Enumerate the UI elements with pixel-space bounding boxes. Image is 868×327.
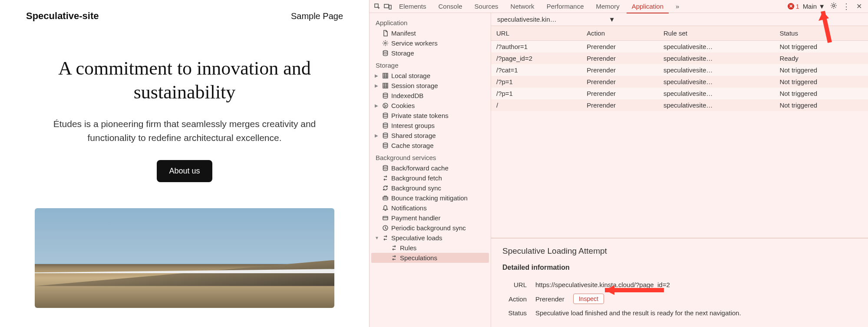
tab-sources[interactable]: Sources (469, 0, 504, 13)
hero-subtitle: Études is a pioneering firm that seamles… (37, 117, 332, 144)
grid-icon (382, 82, 389, 89)
about-us-button[interactable]: About us (157, 160, 212, 182)
tree-item-background-sync[interactable]: Background sync (371, 183, 489, 193)
cell-ruleset: speculativesite… (658, 99, 775, 111)
tree-item-payment-handler[interactable]: Payment handler (371, 213, 489, 223)
cell-status: Ready (774, 52, 868, 64)
inspect-element-icon[interactable] (373, 2, 382, 11)
ruleset-select-bar: speculativesite.kin… ▼ (491, 13, 868, 26)
tree-item-label: Speculations (400, 254, 437, 262)
cell-status: Not triggered (774, 99, 868, 111)
tree-item-notifications[interactable]: Notifications (371, 203, 489, 213)
tree-item-label: Session storage (391, 82, 438, 89)
tree-item-service-workers[interactable]: Service workers (371, 38, 489, 48)
tab-performance[interactable]: Performance (541, 0, 589, 13)
tree-item-background-fetch[interactable]: Background fetch (371, 173, 489, 183)
tree-item-label: Back/forward cache (391, 164, 449, 172)
col-status[interactable]: Status (774, 26, 868, 41)
tree-item-back-forward-cache[interactable]: Back/forward cache (371, 163, 489, 173)
caret-icon: ▶ (375, 83, 379, 88)
cell-status: Not triggered (774, 41, 868, 53)
db-icon (382, 165, 389, 172)
frame-select[interactable]: Main ▼ (801, 3, 827, 10)
table-row[interactable]: /?p=1Prerenderspeculativesite…Not trigge… (491, 88, 868, 99)
svg-point-12 (384, 106, 385, 107)
table-row[interactable]: /?author=1Prerenderspeculativesite…Not t… (491, 41, 868, 53)
tree-item-periodic-background-sync[interactable]: Periodic background sync (371, 223, 489, 233)
more-tabs[interactable]: » (670, 0, 684, 13)
table-row[interactable]: /?p=1Prerenderspeculativesite…Not trigge… (491, 76, 868, 88)
cell-url: /?p=1 (491, 76, 581, 88)
detail-action-label: Action (502, 295, 527, 303)
cell-action: Prerender (581, 64, 658, 76)
tree-item-indexeddb[interactable]: IndexedDB (371, 91, 489, 101)
svg-point-3 (833, 4, 835, 7)
detail-status-value: Speculative load finished and the result… (535, 309, 741, 317)
table-row[interactable]: /Prerenderspeculativesite…Not triggered (491, 99, 868, 111)
tree-item-manifest[interactable]: Manifest (371, 28, 489, 38)
close-devtools-icon[interactable]: ✕ (854, 2, 865, 10)
col-action[interactable]: Action (581, 26, 658, 41)
application-tree[interactable]: ApplicationManifestService workersStorag… (370, 13, 491, 327)
tree-item-session-storage[interactable]: ▶Session storage (371, 81, 489, 91)
settings-gear-icon[interactable] (828, 2, 839, 11)
grid-icon (382, 72, 389, 79)
tree-item-label: Background sync (391, 184, 441, 192)
table-row[interactable]: /?cat=1Prerenderspeculativesite…Not trig… (491, 64, 868, 76)
cell-url: /?cat=1 (491, 64, 581, 76)
cell-ruleset: speculativesite… (658, 76, 775, 88)
chevron-down-icon: ▼ (818, 3, 825, 10)
detail-url-value: https://speculativesite.kinsta.cloud/?pa… (535, 281, 670, 288)
svg-rect-2 (389, 5, 391, 9)
tree-item-speculative-loads[interactable]: ▼Speculative loads (371, 233, 489, 243)
tree-item-bounce-tracking-mitigation[interactable]: Bounce tracking mitigation (371, 193, 489, 203)
tree-item-label: Private state tokens (391, 112, 449, 119)
tab-console[interactable]: Console (433, 0, 468, 13)
tree-item-interest-groups[interactable]: Interest groups (371, 121, 489, 131)
devtools-main: speculativesite.kin… ▼ URLActionRule set… (491, 13, 868, 327)
frame-select-label: Main (803, 3, 817, 10)
ruleset-select[interactable]: speculativesite.kin… ▼ (497, 16, 615, 23)
tree-item-storage[interactable]: Storage (371, 48, 489, 58)
more-menu-icon[interactable]: ⋮ (841, 2, 852, 11)
cell-url: /?page_id=2 (491, 52, 581, 64)
site-title: Speculative-site (26, 10, 99, 22)
svg-rect-1 (384, 4, 389, 8)
inspect-button[interactable]: Inspect (573, 294, 604, 304)
cell-ruleset: speculativesite… (658, 64, 775, 76)
gear-icon (382, 40, 389, 47)
table-row[interactable]: /?page_id=2Prerenderspeculativesite…Read… (491, 52, 868, 64)
website-pane: Speculative-site Sample Page A commitmen… (0, 0, 369, 327)
detail-status-label: Status (502, 309, 527, 317)
tree-item-rules[interactable]: Rules (371, 243, 489, 253)
svg-point-10 (384, 105, 385, 105)
svg-rect-7 (383, 83, 388, 88)
nav-link-sample-page[interactable]: Sample Page (291, 11, 343, 21)
col-rule-set[interactable]: Rule set (658, 26, 775, 41)
svg-point-9 (383, 103, 388, 108)
col-url[interactable]: URL (491, 26, 581, 41)
tree-item-private-state-tokens[interactable]: Private state tokens (371, 111, 489, 121)
error-badge[interactable]: ✕ 1 (788, 3, 799, 10)
chevron-down-icon: ▼ (609, 16, 615, 23)
device-toolbar-icon[interactable] (383, 2, 392, 11)
tree-item-speculations[interactable]: Speculations (371, 253, 489, 263)
error-icon: ✕ (788, 3, 794, 10)
tree-item-label: IndexedDB (391, 92, 423, 99)
cell-url: / (491, 99, 581, 111)
tab-application[interactable]: Application (627, 0, 669, 13)
tab-elements[interactable]: Elements (394, 0, 432, 13)
tab-memory[interactable]: Memory (591, 0, 625, 13)
tab-network[interactable]: Network (505, 0, 540, 13)
devtools-pane: ElementsConsoleSourcesNetworkPerformance… (369, 0, 868, 327)
tree-item-cookies[interactable]: ▶Cookies (371, 101, 489, 111)
bell-icon (382, 205, 389, 212)
cell-ruleset: speculativesite… (658, 52, 775, 64)
cell-action: Prerender (581, 99, 658, 111)
speculations-table: URLActionRule setStatus /?author=1Preren… (491, 26, 868, 111)
tree-item-local-storage[interactable]: ▶Local storage (371, 71, 489, 81)
tree-item-cache-storage[interactable]: Cache storage (371, 141, 489, 150)
tree-item-shared-storage[interactable]: ▶Shared storage (371, 131, 489, 141)
hero-image (35, 208, 334, 308)
sync-icon (382, 185, 389, 192)
